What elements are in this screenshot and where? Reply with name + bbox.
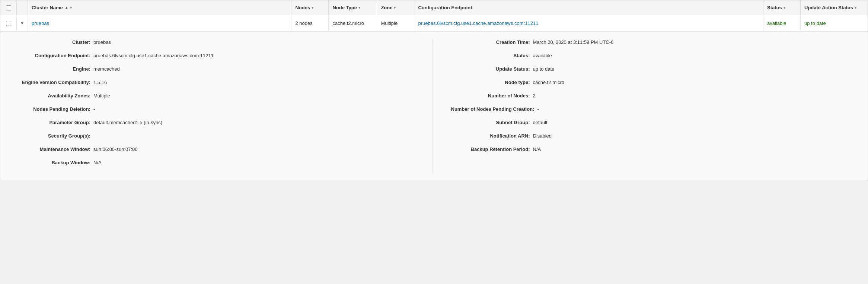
detail-label: Configuration Endpoint: (12, 53, 93, 58)
detail-value: 2 (533, 93, 857, 99)
expand-chevron-icon: ▼ (20, 21, 24, 25)
nodes-filter-icon[interactable]: ▾ (312, 6, 313, 10)
detail-label: Cluster: (12, 39, 93, 45)
detail-label: Security Group(s): (12, 133, 93, 139)
detail-row: Availability Zones:Multiple (12, 93, 417, 101)
th-zone-label: Zone (381, 5, 392, 10)
detail-value: March 20, 2020 at 3:11:59 PM UTC-6 (533, 39, 857, 45)
detail-row: Cluster:pruebas (12, 39, 417, 48)
detail-label: Node type: (451, 80, 533, 85)
th-node-type[interactable]: Node Type ▾ (329, 0, 377, 15)
detail-row: Backup Retention Period:N/A (451, 146, 857, 155)
update-action-filter-icon[interactable]: ▾ (855, 6, 856, 10)
detail-row: Nodes Pending Deletion:- (12, 106, 417, 114)
node-type-filter-icon[interactable]: ▾ (358, 6, 360, 10)
th-cluster-name[interactable]: Cluster Name ▲ ▾ (28, 0, 291, 15)
th-config-endpoint-label: Configuration Endpoint (418, 5, 472, 10)
detail-label: Number of Nodes Pending Creation: (451, 106, 537, 112)
detail-value: pruebas (93, 39, 417, 45)
config-endpoint-link[interactable]: pruebas.6lvscm.cfg.use1.cache.amazonaws.… (418, 20, 538, 26)
detail-row: Subnet Group:default (451, 120, 857, 128)
status-filter-icon[interactable]: ▾ (784, 6, 785, 10)
detail-value: up to date (533, 66, 857, 72)
zone-value: Multiple (381, 20, 398, 26)
detail-value: - (537, 106, 856, 112)
table-header: Cluster Name ▲ ▾ Nodes ▾ Node Type ▾ Zon… (0, 0, 868, 15)
detail-label: Maintenance Window: (12, 146, 93, 152)
detail-value: - (93, 106, 417, 112)
detail-label: Availability Zones: (12, 93, 93, 99)
row-checkbox[interactable] (6, 21, 11, 26)
row-status: available (763, 15, 801, 31)
detail-value: sun:06:00-sun:07:00 (93, 146, 417, 152)
detail-left-col: Cluster:pruebasConfiguration Endpoint:pr… (12, 39, 433, 173)
detail-row: Security Group(s): (12, 133, 417, 141)
detail-row: Update Status:up to date (451, 66, 857, 74)
th-nodes-label: Nodes (295, 5, 310, 10)
th-cluster-name-label: Cluster Name (32, 5, 63, 10)
row-checkbox-cell[interactable] (0, 15, 17, 31)
th-config-endpoint[interactable]: Configuration Endpoint (414, 0, 763, 15)
row-nodes: 2 nodes (291, 15, 329, 31)
cluster-name-link[interactable]: pruebas (32, 20, 49, 26)
header-expand-cell (17, 0, 28, 15)
th-zone[interactable]: Zone ▾ (377, 0, 414, 15)
detail-value: cache.t2.micro (533, 80, 857, 85)
detail-row: Maintenance Window:sun:06:00-sun:07:00 (12, 146, 417, 155)
detail-row: Number of Nodes:2 (451, 93, 857, 101)
th-status[interactable]: Status ▾ (763, 0, 801, 15)
detail-label: Creation Time: (451, 39, 533, 45)
detail-label: Nodes Pending Deletion: (12, 106, 93, 112)
detail-row: Backup Window:N/A (12, 160, 417, 168)
status-badge: available (767, 20, 786, 26)
cluster-name-filter-icon[interactable]: ▾ (70, 6, 72, 10)
detail-value: N/A (93, 160, 417, 165)
node-type-value: cache.t2.micro (332, 20, 364, 26)
th-nodes[interactable]: Nodes ▾ (291, 0, 329, 15)
detail-value: default.memcached1.5 (in-sync) (93, 120, 417, 125)
row-zone: Multiple (377, 15, 414, 31)
detail-row: Creation Time:March 20, 2020 at 3:11:59 … (451, 39, 857, 48)
detail-row: Engine Version Compatibility:1.5.16 (12, 80, 417, 88)
row-expand-cell[interactable]: ▼ (17, 15, 28, 31)
detail-row: Configuration Endpoint:pruebas.6lvscm.cf… (12, 53, 417, 61)
detail-label: Backup Retention Period: (451, 146, 533, 152)
th-node-type-label: Node Type (332, 5, 357, 10)
detail-label: Subnet Group: (451, 120, 533, 125)
detail-label: Backup Window: (12, 160, 93, 165)
detail-row: Parameter Group:default.memcached1.5 (in… (12, 120, 417, 128)
detail-row: Engine:memcached (12, 66, 417, 74)
cluster-table: Cluster Name ▲ ▾ Nodes ▾ Node Type ▾ Zon… (0, 0, 868, 181)
detail-value: memcached (93, 66, 417, 72)
detail-row: Status:available (451, 53, 857, 61)
detail-value: Multiple (93, 93, 417, 99)
row-node-type: cache.t2.micro (329, 15, 377, 31)
row-cluster-name: pruebas (28, 15, 291, 31)
nodes-value: 2 nodes (295, 20, 312, 26)
detail-label: Notification ARN: (451, 133, 533, 139)
detail-label: Status: (451, 53, 533, 58)
th-update-action-status[interactable]: Update Action Status ▾ (801, 0, 868, 15)
header-checkbox[interactable] (6, 5, 11, 10)
row-config-endpoint: pruebas.6lvscm.cfg.use1.cache.amazonaws.… (414, 15, 763, 31)
detail-value: Disabled (533, 133, 857, 139)
detail-value: pruebas.6lvscm.cfg.use1.cache.amazonaws.… (93, 53, 417, 58)
detail-row: Notification ARN:Disabled (451, 133, 857, 141)
row-update-action-status: up to date (801, 15, 868, 31)
detail-panel: Cluster:pruebasConfiguration Endpoint:pr… (0, 32, 868, 181)
detail-value: available (533, 53, 857, 58)
detail-label: Engine Version Compatibility: (12, 80, 93, 85)
detail-row: Number of Nodes Pending Creation:- (451, 106, 857, 114)
detail-label: Number of Nodes: (451, 93, 533, 99)
detail-row: Node type:cache.t2.micro (451, 80, 857, 88)
header-checkbox-cell[interactable] (0, 0, 17, 15)
update-action-status-badge: up to date (804, 20, 826, 26)
table-row: ▼ pruebas 2 nodes cache.t2.micro Multipl… (0, 15, 868, 32)
detail-label: Parameter Group: (12, 120, 93, 125)
detail-label: Update Status: (451, 66, 533, 72)
detail-value: N/A (533, 146, 857, 152)
detail-value: default (533, 120, 857, 125)
cluster-name-sort-icon: ▲ (65, 6, 68, 10)
zone-filter-icon[interactable]: ▾ (394, 6, 396, 10)
detail-value: 1.5.16 (93, 80, 417, 85)
